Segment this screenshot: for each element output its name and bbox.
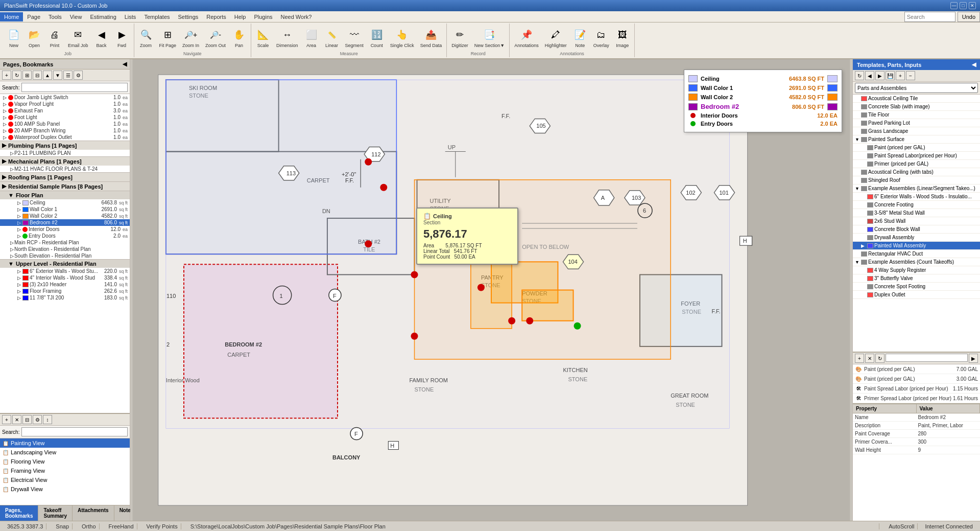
view-item-2[interactable]: 📋Flooring View [0,457,130,466]
fwd-button[interactable]: ▶Fwd [112,25,132,51]
tree-item-6[interactable]: ▷Waterproof Duplex Outlet1.0ea [0,134,130,141]
tree-item-15[interactable]: ▷Wall Color 12691.0sq ft [0,206,130,213]
note-button[interactable]: 📝Note [570,25,590,51]
tree-item-22[interactable]: ▷South Elevation - Residential Plan [0,252,130,259]
right-panel-collapse[interactable]: ◀ [972,61,976,68]
parts-del-btn[interactable]: ✕ [865,354,874,363]
menu-item-need-work[interactable]: Need Work? [277,12,316,21]
right-tree-item-1-0[interactable]: Paint (priced per GAL) [853,144,980,152]
menu-item-home[interactable]: Home [0,12,23,21]
new-button[interactable]: 📄New [4,25,23,51]
right-tree-item-0-9[interactable]: Rectangular HVAC Duct [853,250,980,258]
view-collapse-button[interactable]: ⊟ [22,415,32,424]
right-tree-item-1-4[interactable]: Concrete Block Wall [853,225,980,234]
status-snap[interactable]: Snap [53,523,73,529]
maximize-button[interactable]: □ [960,2,967,9]
right-tree-item-0-7[interactable]: Shingled Roof [853,176,980,184]
tree-section-12[interactable]: ▶Residential Sample Plans [8 Pages] [0,181,130,191]
menu-item-reports[interactable]: Reports [202,12,230,21]
right-tree-item-0-2[interactable]: Tile Floor [853,111,980,119]
fit-page-button[interactable]: ⊞Fit Page [157,25,179,51]
linear-button[interactable]: 📏Linear [322,25,342,51]
view-item-3[interactable]: 📋Framing View [0,466,130,475]
collapse-icon[interactable]: ◀ [123,61,127,67]
tree-item-1[interactable]: ▷Vapor Proof Light1.0ea [0,101,130,107]
right-tree-item-1-5[interactable]: Drywall Assembly [853,234,980,242]
view-delete-button[interactable]: ✕ [12,415,21,424]
tree-filter-button[interactable]: ☰ [63,71,73,80]
parts-arrow-right[interactable]: ▶ [969,354,978,363]
right-tree-item-1-0[interactable]: 6" Exterior Walls - Wood Studs - Insulat… [853,193,980,201]
digitizer-button[interactable]: ✏Digitizer [449,25,471,51]
menu-item-view[interactable]: View [66,12,86,21]
menu-item-estimating[interactable]: Estimating [86,12,120,21]
tree-item-26[interactable]: ▷(3) 2x10 Header141.0sq ft [0,281,130,288]
close-button[interactable]: ✕ [969,2,976,9]
tree-item-21[interactable]: ▷North Elevation - Residential Plan [0,246,130,252]
view-item-5[interactable]: 📋Drywall View [0,484,130,494]
annotations-button[interactable]: 📌Annotations [512,25,541,51]
minimize-button[interactable]: — [950,2,958,9]
right-tree-item-0-5[interactable]: ▼Painted Surface [853,135,980,144]
right-tree-item-1-2[interactable]: Concrete Spot Footing [853,283,980,291]
segment-button[interactable]: 〰Segment [343,25,366,51]
back-button[interactable]: ◀Back [92,25,111,51]
status-autoscroll[interactable]: AutoScroll [886,523,918,529]
right-tree-item-0-6[interactable]: Acoustical Ceiling (with tabs) [853,168,980,176]
bottom-search-input[interactable] [21,427,128,436]
status-verify[interactable]: Verify Points [144,523,181,529]
zoom-in-button[interactable]: 🔎+Zoom In [180,25,202,51]
zoom-out-button[interactable]: 🔎-Zoom Out [203,25,228,51]
tab-pages-bookmarks[interactable]: Pages, Bookmarks [0,505,38,521]
new-section-button[interactable]: 📑New Section▼ [472,25,507,51]
right-tree-item-1-3[interactable]: Duplex Outlet [853,291,980,299]
parts-search-input[interactable] [886,354,968,362]
parts-add-btn[interactable]: + [855,354,864,363]
tree-add-button[interactable]: + [2,71,11,80]
zoom-button[interactable]: 🔍Zoom [136,25,156,51]
status-ortho[interactable]: Ortho [79,523,100,529]
single-click-button[interactable]: 👆Single Click [388,25,417,51]
tree-item-16[interactable]: ▷Wall Color 24582.0sq ft [0,213,130,219]
tree-item-24[interactable]: ▷6" Exterior Walls - Wood Stu...220.0sq … [0,268,130,274]
right-tree-item-1-6[interactable]: ▶Painted Wall Assembly [853,242,980,250]
tree-section-9[interactable]: ▶Mechanical Plans [1 Pages] [0,156,130,166]
tree-item-27[interactable]: ▷Floor Framing262.6sq ft [0,288,130,294]
tree-section-7[interactable]: ▶Plumbing Plans [1 Pages] [0,141,130,150]
area-button[interactable]: ⬜Area [302,25,321,51]
tree-refresh-button[interactable]: ↻ [12,71,21,80]
right-tree-item-1-3[interactable]: 2x6 Stud Wall [853,217,980,225]
rp-refresh-btn[interactable]: ↻ [855,71,864,80]
canvas-area[interactable]: BEDROOM #2 CARPET SKI ROOM STONE CARPET … [130,59,852,521]
tree-item-19[interactable]: ▷Entry Doors2.0ea [0,233,130,239]
right-panel-controls[interactable]: ◀ [972,61,976,68]
menu-item-lists[interactable]: Lists [121,12,140,21]
parts-refresh-btn[interactable]: ↻ [875,354,885,363]
rp-remove-btn[interactable]: − [906,71,915,80]
scale-button[interactable]: 📐Scale [253,25,273,51]
tree-subsection-23[interactable]: ▼Upper Level - Residential Plan [0,259,130,268]
tree-collapse-button[interactable]: ⊟ [33,71,42,80]
count-button[interactable]: 🔢Count [367,25,387,51]
tab-attachments[interactable]: Attachments [73,505,114,521]
send-data-button[interactable]: 📤Send Data [418,25,445,51]
right-tree-item-0-3[interactable]: Paved Parking Lot [853,119,980,127]
tree-item-20[interactable]: ▷Main RCP - Residential Plan [0,239,130,246]
right-tree-item-1-0[interactable]: 4 Way Supply Register [853,266,980,274]
tree-item-18[interactable]: ▷Interior Doors12.0ea [0,226,130,233]
overlay-button[interactable]: 🗂Overlay [591,25,612,51]
right-tree-item-0-10[interactable]: ▼Example Assemblies (Count Takeoffs) [853,258,980,266]
view-sort-button[interactable]: ↕ [43,415,52,424]
menu-item-help[interactable]: Help [230,12,250,21]
tree-move-down-button[interactable]: ▼ [53,71,62,80]
right-tree-item-1-2[interactable]: Primer (priced per GAL) [853,160,980,168]
tree-item-28[interactable]: ▷11 7/8" TJI 200183.0sq ft [0,294,130,301]
tree-item-2[interactable]: ▷Exhaust Fan3.0ea [0,107,130,114]
right-tree-item-0-4[interactable]: Grass Landscape [853,127,980,135]
tree-expand-button[interactable]: ⊞ [22,71,32,80]
rp-prev-btn[interactable]: ◀ [865,71,874,80]
image-button[interactable]: 🖼Image [613,25,632,51]
pan-button[interactable]: ✋Pan [229,25,249,51]
status-freehand[interactable]: FreeHand [106,523,137,529]
right-tree-item-0-8[interactable]: ▼Example Assemblies (Linear/Segment Take… [853,184,980,193]
